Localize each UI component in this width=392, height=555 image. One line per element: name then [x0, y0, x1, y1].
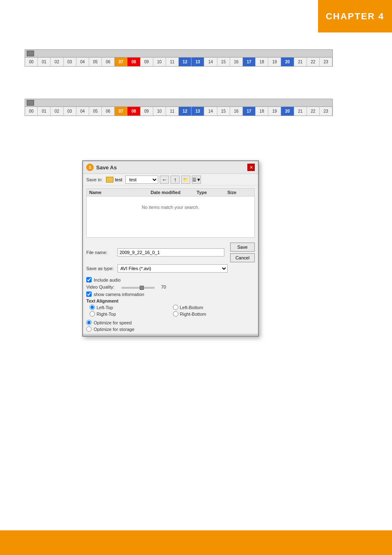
ruler-cell-03[interactable]: 03: [64, 107, 76, 116]
ruler-cell-12[interactable]: 12: [179, 107, 191, 116]
ruler-cell-23[interactable]: 23: [320, 107, 332, 116]
video-quality-slider[interactable]: [122, 284, 159, 290]
left-top-label: Left-Top: [97, 305, 113, 310]
ruler-cell-07[interactable]: 07: [115, 107, 127, 116]
ruler-cell-04[interactable]: 04: [76, 58, 89, 66]
ruler-cell-23[interactable]: 23: [320, 58, 332, 66]
ruler-cell-11[interactable]: 11: [166, 58, 179, 66]
dialog-form: File name: Save Cancel Save as type: AVI…: [83, 240, 258, 277]
ruler-cell-21[interactable]: 21: [294, 58, 307, 66]
ruler-cell-16[interactable]: 16: [230, 107, 243, 116]
ruler-cell-05[interactable]: 05: [89, 107, 102, 116]
timeline-ruler-2[interactable]: 0001020304050607080910111213141516171819…: [25, 107, 333, 116]
left-bottom-label: Left-Bottom: [180, 305, 203, 310]
ruler-cell-19[interactable]: 19: [268, 107, 281, 116]
ruler-cell-20[interactable]: 20: [281, 58, 294, 66]
file-name-label: File name:: [86, 250, 115, 255]
video-quality-row: Video Quality: 70: [83, 284, 258, 290]
show-camera-row: show camera information: [83, 291, 258, 297]
ruler-cell-12[interactable]: 12: [179, 58, 191, 66]
ruler-cell-17[interactable]: 17: [243, 107, 256, 116]
ruler-cell-07[interactable]: 07: [115, 58, 127, 66]
ruler-cell-08[interactable]: 08: [127, 107, 140, 116]
file-list-header: Name Date modified Type Size: [87, 189, 254, 197]
right-bottom-radio[interactable]: [173, 311, 178, 317]
ruler-cell-01[interactable]: 01: [38, 107, 51, 116]
show-camera-checkbox[interactable]: [86, 291, 92, 297]
file-list-empty-message: No items match your search.: [87, 197, 254, 218]
ruler-cell-22[interactable]: 22: [307, 58, 320, 66]
left-top-radio-row: Left-Top: [90, 305, 172, 310]
col-type-header: Type: [197, 190, 228, 195]
ruler-cell-09[interactable]: 09: [141, 58, 153, 66]
right-top-radio[interactable]: [90, 311, 95, 317]
toolbar-back-button[interactable]: ←: [160, 176, 169, 184]
save-in-label: Save in:: [86, 177, 103, 182]
ruler-cell-00[interactable]: 00: [25, 107, 38, 116]
right-bottom-label: Right-Bottom: [180, 312, 206, 317]
ruler-cell-08[interactable]: 08: [127, 58, 140, 66]
ruler-cell-05[interactable]: 05: [89, 58, 102, 66]
dialog-close-button[interactable]: ✕: [247, 164, 255, 171]
ruler-cell-20[interactable]: 20: [281, 107, 294, 116]
toolbar-view-button[interactable]: ☰▼: [192, 176, 201, 184]
ruler-cell-10[interactable]: 10: [153, 58, 166, 66]
include-audio-checkbox[interactable]: [86, 277, 92, 282]
toolbar-up-button[interactable]: ↑: [171, 176, 180, 184]
left-top-radio[interactable]: [90, 305, 95, 310]
ruler-cell-17[interactable]: 17: [243, 58, 256, 66]
ruler-cell-16[interactable]: 16: [230, 58, 243, 66]
ruler-cell-22[interactable]: 22: [307, 107, 320, 116]
ruler-cell-18[interactable]: 18: [256, 107, 268, 116]
ruler-cell-04[interactable]: 04: [76, 107, 89, 116]
folder-icon: [106, 177, 113, 183]
timeline-ruler-1[interactable]: 0001020304050607080910111213141516171819…: [25, 58, 333, 67]
ruler-cell-15[interactable]: 15: [217, 58, 230, 66]
show-camera-label: show camera information: [94, 292, 144, 297]
chapter-banner: CHAPTER 4: [318, 0, 392, 32]
left-bottom-radio-row: Left-Bottom: [173, 305, 255, 310]
optimize-speed-radio[interactable]: [86, 320, 92, 325]
video-quality-label: Video Quality:: [86, 284, 119, 289]
optimize-speed-label: Optimize for speed: [94, 320, 131, 325]
ruler-cell-06[interactable]: 06: [102, 107, 115, 116]
ruler-cell-10[interactable]: 10: [153, 107, 166, 116]
file-name-row: File name: Save Cancel: [86, 243, 255, 262]
save-button[interactable]: Save: [230, 243, 255, 252]
left-bottom-radio[interactable]: [173, 305, 178, 310]
col-date-header: Date modified: [150, 190, 196, 195]
ruler-cell-14[interactable]: 14: [204, 107, 217, 116]
save-as-type-select[interactable]: AVI Files (*.avi): [118, 264, 228, 273]
ruler-cell-21[interactable]: 21: [294, 107, 307, 116]
file-name-input[interactable]: [118, 248, 224, 257]
ruler-cell-19[interactable]: 19: [268, 58, 281, 66]
ruler-cell-13[interactable]: 13: [191, 107, 204, 116]
toolbar-new-folder-button[interactable]: 📁: [181, 176, 190, 184]
cancel-button[interactable]: Cancel: [230, 253, 255, 262]
ruler-cell-14[interactable]: 14: [204, 58, 217, 66]
ruler-cell-02[interactable]: 02: [51, 107, 63, 116]
file-list-area: Name Date modified Type Size No items ma…: [86, 188, 255, 238]
bottom-footer: [0, 530, 392, 555]
folder-name: test: [115, 177, 122, 182]
ruler-cell-15[interactable]: 15: [217, 107, 230, 116]
ruler-cell-13[interactable]: 13: [191, 58, 204, 66]
timeline-header-1: [25, 49, 333, 58]
ruler-cell-18[interactable]: 18: [256, 58, 268, 66]
optimize-storage-label: Optimize for storage: [94, 327, 134, 332]
ruler-cell-11[interactable]: 11: [166, 107, 179, 116]
ruler-cell-00[interactable]: 00: [25, 58, 38, 66]
ruler-cell-02[interactable]: 02: [51, 58, 63, 66]
text-alignment-options: Left-Top Left-Bottom Right-Top Right-Bot…: [83, 305, 258, 318]
timeline-widget-2: 0001020304050607080910111213141516171819…: [25, 99, 333, 116]
right-top-radio-row: Right-Top: [90, 311, 172, 317]
ruler-cell-09[interactable]: 09: [141, 107, 153, 116]
ruler-cell-06[interactable]: 06: [102, 58, 115, 66]
dialog-title-bar: S Save As ✕: [83, 161, 258, 174]
save-in-dropdown[interactable]: test: [125, 176, 158, 184]
dialog-bottom-border: [83, 333, 258, 336]
ruler-cell-01[interactable]: 01: [38, 58, 51, 66]
ruler-cell-03[interactable]: 03: [64, 58, 76, 66]
col-name-header: Name: [89, 190, 150, 195]
optimize-storage-radio[interactable]: [86, 326, 92, 332]
